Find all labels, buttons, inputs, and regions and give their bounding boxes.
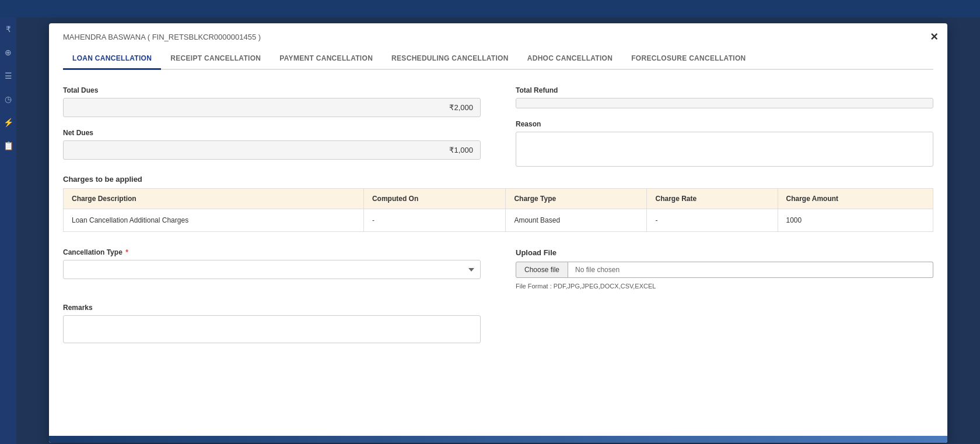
net-dues-value: ₹1,000	[63, 140, 481, 160]
sidebar-icon-activity[interactable]: ⚡	[2, 117, 14, 128]
remarks-input[interactable]	[63, 315, 481, 343]
cell-charge-description: Loan Cancellation Additional Charges	[64, 209, 364, 232]
sidebar-icon-menu[interactable]: ☰	[2, 70, 14, 82]
col-header-charge-type: Charge Type	[506, 189, 647, 209]
tabs-container: LOAN CANCELLATION RECEIPT CANCELLATION P…	[63, 48, 933, 70]
total-dues-value: ₹2,000	[63, 98, 481, 117]
modal-body: Total Dues ₹2,000 Net Dues ₹1,000 Total …	[49, 70, 947, 248]
net-dues-group: Net Dues ₹1,000	[63, 129, 481, 160]
remarks-section: Remarks	[63, 304, 481, 343]
close-button[interactable]: ×	[930, 30, 938, 43]
upload-file-label: Upload File	[516, 248, 933, 257]
tab-receipt-cancellation[interactable]: RECEIPT CANCELLATION	[161, 48, 270, 70]
reason-input[interactable]	[516, 132, 933, 167]
upload-file-section: Upload File Choose file No file chosen F…	[516, 248, 933, 290]
modal-overlay: × MAHENDRA BASWANA ( FIN_RETSBLKCR000000…	[16, 17, 980, 444]
bottom-section: Cancellation Type * Upload File Choose f…	[49, 248, 947, 357]
cell-charge-rate: -	[647, 209, 778, 232]
modal: × MAHENDRA BASWANA ( FIN_RETSBLKCR000000…	[49, 23, 947, 443]
sidebar-icon-clock[interactable]: ◷	[2, 93, 14, 105]
file-format-hint: File Format : PDF,JPG,JPEG,DOCX,CSV,EXCE…	[516, 283, 933, 290]
left-column: Total Dues ₹2,000 Net Dues ₹1,000	[63, 86, 481, 167]
col-header-charge-description: Charge Description	[64, 189, 364, 209]
tab-payment-cancellation[interactable]: PAYMENT CANCELLATION	[270, 48, 382, 70]
col-header-charge-rate: Charge Rate	[647, 189, 778, 209]
cell-computed-on: -	[363, 209, 505, 232]
modal-title: MAHENDRA BASWANA ( FIN_RETSBLKCR00000014…	[63, 33, 933, 41]
tab-rescheduling-cancellation[interactable]: RESCHEDULING CANCELLATION	[382, 48, 518, 70]
table-row: Loan Cancellation Additional Charges - A…	[64, 209, 933, 232]
required-marker: *	[124, 248, 128, 256]
tab-loan-cancellation[interactable]: LOAN CANCELLATION	[63, 48, 161, 70]
charges-section: Charges to be applied Charge Description…	[63, 175, 933, 232]
cancellation-type-label: Cancellation Type *	[63, 248, 481, 256]
total-dues-label: Total Dues	[63, 86, 481, 94]
sidebar-icon-add[interactable]: ⊕	[2, 47, 14, 58]
charges-table: Charge Description Computed On Charge Ty…	[63, 188, 933, 232]
choose-file-button[interactable]: Choose file	[516, 262, 568, 278]
top-bar	[0, 0, 980, 17]
cell-charge-amount: 1000	[778, 209, 933, 232]
sidebar: ₹ ⊕ ☰ ◷ ⚡ 📋	[0, 17, 16, 444]
charges-label: Charges to be applied	[63, 175, 933, 184]
tab-foreclosure-cancellation[interactable]: FORECLOSURE CANCELLATION	[622, 48, 755, 70]
file-input-row: Choose file No file chosen	[516, 262, 933, 278]
right-column: Total Refund Reason	[516, 86, 933, 167]
bottom-bar	[49, 436, 947, 443]
cancellation-type-group: Cancellation Type *	[63, 248, 481, 290]
total-refund-group: Total Refund	[516, 86, 933, 108]
file-name-display: No file chosen	[568, 262, 933, 278]
col-header-computed-on: Computed On	[363, 189, 505, 209]
total-dues-group: Total Dues ₹2,000	[63, 86, 481, 117]
remarks-label: Remarks	[63, 304, 481, 312]
sidebar-icon-doc[interactable]: 📋	[2, 140, 14, 151]
net-dues-label: Net Dues	[63, 129, 481, 137]
total-refund-label: Total Refund	[516, 86, 933, 94]
reason-group: Reason	[516, 120, 933, 167]
col-header-charge-amount: Charge Amount	[778, 189, 933, 209]
sidebar-icon-currency[interactable]: ₹	[2, 23, 14, 35]
modal-header: MAHENDRA BASWANA ( FIN_RETSBLKCR00000014…	[49, 23, 947, 70]
cell-charge-type: Amount Based	[506, 209, 647, 232]
cancellation-type-select[interactable]	[63, 260, 481, 279]
total-refund-value	[516, 98, 933, 108]
tab-adhoc-cancellation[interactable]: ADHOC CANCELLATION	[518, 48, 622, 70]
reason-label: Reason	[516, 120, 933, 128]
